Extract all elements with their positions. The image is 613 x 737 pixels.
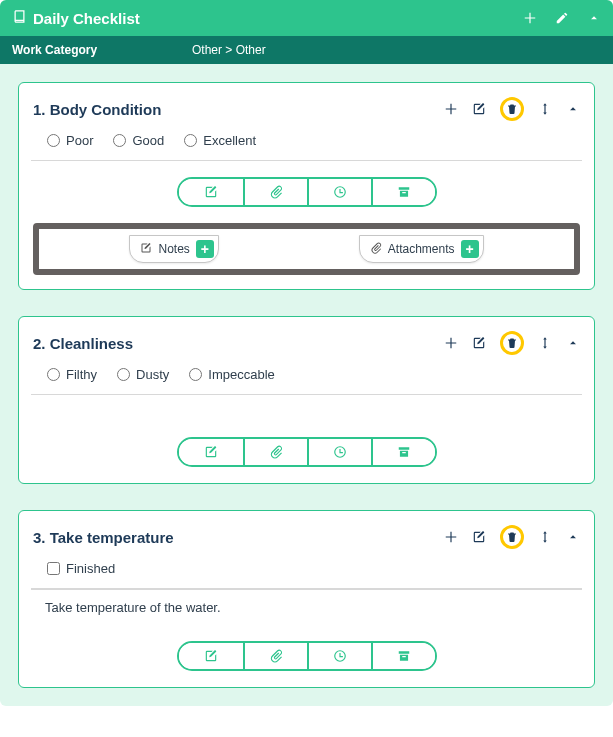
- option-input[interactable]: [117, 368, 130, 381]
- question-card: 2. CleanlinessFilthyDustyImpeccable: [18, 316, 595, 484]
- card-edit-button[interactable]: [472, 336, 486, 350]
- edit-icon[interactable]: [555, 11, 569, 25]
- toolbar-clock-button[interactable]: [307, 439, 371, 465]
- attachments-pill[interactable]: Attachments+: [359, 235, 484, 263]
- card-actions: [444, 525, 580, 549]
- option[interactable]: Excellent: [184, 133, 256, 148]
- option-input[interactable]: [189, 368, 202, 381]
- option-input[interactable]: [184, 134, 197, 147]
- card-header: 2. Cleanliness: [19, 317, 594, 355]
- titlebar-actions: [523, 11, 601, 25]
- titlebar: Daily Checklist: [0, 0, 613, 36]
- card-collapse-button[interactable]: [566, 102, 580, 116]
- toolbar-archive-button[interactable]: [371, 643, 435, 669]
- toolbar-edit-button[interactable]: [179, 439, 243, 465]
- option[interactable]: Poor: [47, 133, 93, 148]
- option[interactable]: Dusty: [117, 367, 169, 382]
- card-reorder-handle[interactable]: [538, 530, 552, 544]
- titlebar-left: Daily Checklist: [12, 9, 140, 28]
- checklist-body: 1. Body ConditionPoorGoodExcellentNotes+…: [0, 64, 613, 706]
- options-row: Finished: [19, 549, 594, 588]
- toolbar-archive-button[interactable]: [371, 179, 435, 205]
- option-label: Dusty: [136, 367, 169, 382]
- segmented-toolbar: [177, 177, 437, 207]
- card-header: 1. Body Condition: [19, 83, 594, 121]
- option-input[interactable]: [113, 134, 126, 147]
- question-title: 3. Take temperature: [33, 529, 174, 546]
- option[interactable]: Impeccable: [189, 367, 274, 382]
- toolbar-edit-button[interactable]: [179, 643, 243, 669]
- card-collapse-button[interactable]: [566, 530, 580, 544]
- question-toolbar: [19, 625, 594, 687]
- card-reorder-handle[interactable]: [538, 102, 552, 116]
- toolbar-edit-button[interactable]: [179, 179, 243, 205]
- option[interactable]: Finished: [47, 561, 115, 576]
- chevron-up-icon[interactable]: [587, 11, 601, 25]
- edit-icon: [140, 242, 152, 257]
- option-label: Excellent: [203, 133, 256, 148]
- card-delete-button[interactable]: [500, 97, 524, 121]
- question-title: 2. Cleanliness: [33, 335, 133, 352]
- notes-pill[interactable]: Notes+: [129, 235, 218, 263]
- options-row: FilthyDustyImpeccable: [19, 355, 594, 394]
- segmented-toolbar: [177, 437, 437, 467]
- segmented-toolbar: [177, 641, 437, 671]
- option[interactable]: Good: [113, 133, 164, 148]
- subheader: Work Category Other > Other: [0, 36, 613, 64]
- attachments-label: Attachments: [388, 242, 455, 256]
- card-collapse-button[interactable]: [566, 336, 580, 350]
- card-add-button[interactable]: [444, 102, 458, 116]
- card-add-button[interactable]: [444, 336, 458, 350]
- work-category-label: Work Category: [12, 43, 192, 57]
- book-icon: [12, 9, 27, 28]
- option-input[interactable]: [47, 134, 60, 147]
- notes-add-icon[interactable]: +: [196, 240, 214, 258]
- notes-label: Notes: [158, 242, 189, 256]
- question-toolbar: [19, 161, 594, 223]
- card-header: 3. Take temperature: [19, 511, 594, 549]
- toolbar-clock-button[interactable]: [307, 643, 371, 669]
- card-delete-button[interactable]: [500, 525, 524, 549]
- notes-attachments-bar: Notes+Attachments+: [33, 223, 580, 275]
- card-edit-button[interactable]: [472, 102, 486, 116]
- attachments-add-icon[interactable]: +: [461, 240, 479, 258]
- spacer: [19, 395, 594, 421]
- card-add-button[interactable]: [444, 530, 458, 544]
- option-label: Impeccable: [208, 367, 274, 382]
- question-card: 1. Body ConditionPoorGoodExcellentNotes+…: [18, 82, 595, 290]
- option-label: Good: [132, 133, 164, 148]
- attachment-icon: [370, 242, 382, 257]
- breadcrumb: Other > Other: [192, 43, 266, 57]
- app-root: Daily Checklist Work Category Other > Ot…: [0, 0, 613, 706]
- question-title: 1. Body Condition: [33, 101, 161, 118]
- title-text: Daily Checklist: [33, 10, 140, 27]
- option-input[interactable]: [47, 368, 60, 381]
- option-label: Filthy: [66, 367, 97, 382]
- option[interactable]: Filthy: [47, 367, 97, 382]
- toolbar-attach-button[interactable]: [243, 439, 307, 465]
- question-toolbar: [19, 421, 594, 483]
- toolbar-clock-button[interactable]: [307, 179, 371, 205]
- toolbar-archive-button[interactable]: [371, 439, 435, 465]
- add-icon[interactable]: [523, 11, 537, 25]
- question-card: 3. Take temperatureFinishedTake temperat…: [18, 510, 595, 688]
- option-label: Poor: [66, 133, 93, 148]
- card-actions: [444, 331, 580, 355]
- option-input[interactable]: [47, 562, 60, 575]
- card-edit-button[interactable]: [472, 530, 486, 544]
- toolbar-attach-button[interactable]: [243, 643, 307, 669]
- toolbar-attach-button[interactable]: [243, 179, 307, 205]
- options-row: PoorGoodExcellent: [19, 121, 594, 160]
- question-description: Take temperature of the water.: [31, 589, 582, 625]
- card-reorder-handle[interactable]: [538, 336, 552, 350]
- card-actions: [444, 97, 580, 121]
- card-delete-button[interactable]: [500, 331, 524, 355]
- option-label: Finished: [66, 561, 115, 576]
